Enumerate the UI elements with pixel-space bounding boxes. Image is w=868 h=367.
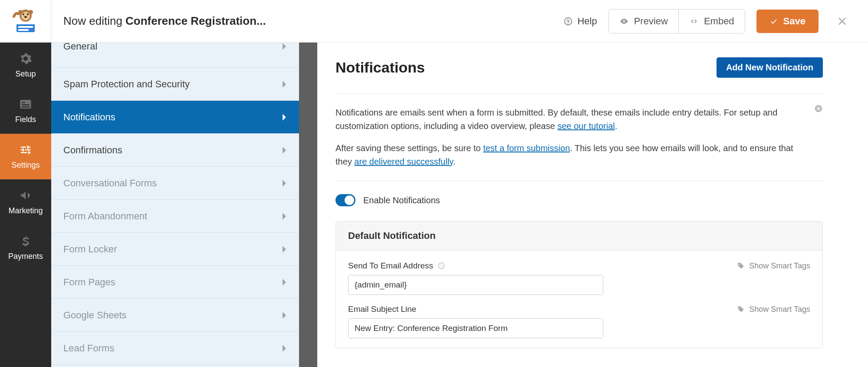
settings-item-label: Form Abandonment	[63, 211, 147, 222]
info-period: .	[453, 157, 456, 166]
rail-fields[interactable]: Fields	[0, 88, 51, 134]
send-to-input[interactable]	[348, 275, 603, 295]
editing-label: Now editing Conference Registration...	[63, 14, 266, 28]
editing-prefix: Now editing	[63, 14, 125, 27]
info-block: Notifications are emails sent when a for…	[335, 94, 823, 181]
svg-rect-3	[18, 29, 29, 31]
chevron-right-icon	[282, 245, 287, 253]
rail-payments[interactable]: Payments	[0, 225, 51, 271]
embed-label: Embed	[704, 16, 734, 27]
settings-item-label: Lead Forms	[63, 343, 114, 354]
test-submission-link[interactable]: test a form submission	[483, 143, 570, 153]
rail-fields-label: Fields	[15, 115, 36, 124]
embed-button[interactable]: Embed	[678, 10, 745, 33]
svg-rect-2	[18, 26, 33, 28]
settings-item-confirmations[interactable]: Confirmations	[51, 134, 299, 167]
svg-rect-12	[22, 102, 25, 103]
svg-point-10	[24, 16, 27, 18]
settings-item-label: Confirmations	[63, 145, 122, 156]
settings-item-leads[interactable]: Lead Forms	[51, 332, 299, 365]
preview-label: Preview	[634, 16, 668, 27]
smart-tags-button[interactable]: Show Smart Tags	[737, 305, 810, 314]
settings-item-general[interactable]: General	[51, 43, 299, 68]
dismiss-info-button[interactable]	[814, 103, 823, 117]
rail-marketing[interactable]: Marketing	[0, 179, 51, 225]
info-period: .	[615, 121, 618, 131]
smart-tags-label: Show Smart Tags	[749, 305, 810, 314]
settings-item-notifications[interactable]: Notifications	[51, 101, 299, 134]
chevron-right-icon	[282, 179, 287, 187]
settings-item-pages[interactable]: Form Pages	[51, 266, 299, 299]
dollar-icon	[19, 235, 32, 248]
settings-item-label: Notifications	[63, 112, 115, 123]
info-text: After saving these settings, be sure to	[335, 143, 483, 153]
chevron-right-icon	[282, 146, 287, 154]
settings-item-conversational[interactable]: Conversational Forms	[51, 167, 299, 200]
subject-label: Email Subject Line	[348, 304, 416, 314]
toggle-label: Enable Notifications	[363, 195, 440, 205]
rail-setup-label: Setup	[15, 69, 36, 79]
svg-point-8	[23, 13, 24, 15]
chevron-right-icon	[282, 344, 287, 352]
svg-point-6	[29, 10, 33, 14]
chevron-right-icon	[282, 278, 287, 286]
app-logo[interactable]	[0, 0, 51, 43]
rail-marketing-label: Marketing	[8, 206, 43, 215]
settings-item-label: Form Locker	[63, 244, 117, 255]
svg-rect-13	[22, 104, 30, 106]
close-icon	[837, 16, 848, 27]
settings-item-label: General	[63, 43, 97, 52]
save-button[interactable]: Save	[756, 10, 819, 33]
smart-tags-label: Show Smart Tags	[749, 261, 810, 271]
topbar: Now editing Conference Registration... H…	[51, 0, 868, 43]
check-icon	[769, 17, 778, 25]
list-icon	[19, 98, 32, 111]
settings-item-sheets[interactable]: Google Sheets	[51, 299, 299, 332]
help-icon	[563, 17, 573, 26]
settings-item-label: Spam Protection and Security	[63, 79, 190, 90]
panel-title: Notifications	[335, 59, 425, 76]
settings-item-abandonment[interactable]: Form Abandonment	[51, 200, 299, 233]
help-label: Help	[577, 16, 597, 27]
form-name: Conference Registration...	[125, 14, 266, 27]
subject-input[interactable]	[348, 318, 603, 338]
bullhorn-icon	[19, 189, 32, 202]
left-rail: Setup Fields Settings Marketing Payments	[0, 0, 51, 367]
canvas: Notifications Add New Notification Notif…	[299, 43, 841, 367]
right-edge	[841, 43, 868, 367]
chevron-right-icon	[282, 311, 287, 319]
card-title: Default Notification	[336, 222, 822, 251]
help-icon[interactable]: ?	[437, 262, 445, 270]
preview-embed-group: Preview Embed	[608, 9, 745, 33]
eye-icon	[619, 17, 629, 26]
chevron-right-icon	[282, 80, 287, 88]
chevron-right-icon	[282, 212, 287, 220]
settings-item-spam[interactable]: Spam Protection and Security	[51, 68, 299, 101]
settings-item-label: Google Sheets	[63, 310, 127, 321]
save-label: Save	[783, 16, 806, 27]
settings-list: General Spam Protection and Security Not…	[51, 43, 299, 367]
rail-payments-label: Payments	[8, 252, 43, 261]
tags-icon	[737, 305, 745, 313]
rail-settings[interactable]: Settings	[0, 134, 51, 179]
gear-icon	[19, 52, 32, 65]
delivered-link[interactable]: are delivered successfully	[354, 157, 453, 166]
sliders-icon	[19, 143, 32, 156]
close-circle-icon	[814, 104, 823, 113]
settings-item-locker[interactable]: Form Locker	[51, 233, 299, 266]
svg-point-9	[27, 13, 29, 15]
help-link[interactable]: Help	[563, 16, 597, 27]
info-text: Notifications are emails sent when a for…	[335, 108, 777, 131]
preview-button[interactable]: Preview	[609, 10, 678, 33]
send-to-label: Send To Email Address ?	[348, 261, 445, 271]
rail-setup[interactable]: Setup	[0, 43, 51, 88]
tags-icon	[737, 262, 745, 270]
tutorial-link[interactable]: see our tutorial	[557, 121, 615, 131]
notifications-panel: Notifications Add New Notification Notif…	[317, 43, 841, 367]
smart-tags-button[interactable]: Show Smart Tags	[737, 261, 810, 271]
svg-text:?: ?	[440, 264, 443, 268]
notification-card: Default Notification Send To Email Addre…	[335, 221, 823, 348]
enable-notifications-toggle[interactable]	[335, 194, 355, 206]
add-notification-button[interactable]: Add New Notification	[717, 57, 823, 78]
close-button[interactable]	[830, 16, 856, 27]
